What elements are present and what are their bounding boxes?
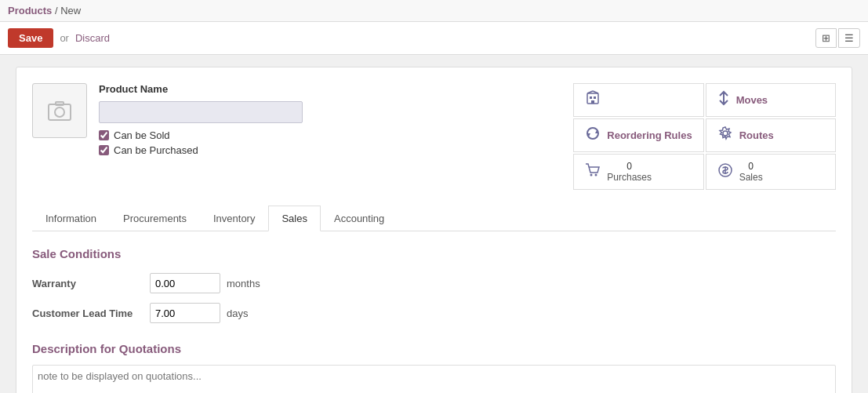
breadcrumb-parent[interactable]: Products — [8, 5, 52, 16]
can-be-sold-checkbox[interactable]: Can be Sold — [99, 129, 303, 141]
sales-info: 0 Sales — [739, 161, 763, 183]
grid-icon: ⊞ — [822, 32, 830, 44]
customer-lead-time-input[interactable] — [150, 303, 220, 323]
product-image[interactable] — [32, 83, 87, 138]
customer-lead-time-label: Customer Lead Time — [32, 307, 150, 319]
sales-label: Sales — [739, 172, 763, 183]
stat-sales-button[interactable]: 0 Sales — [706, 154, 836, 190]
svg-point-12 — [590, 173, 593, 176]
svg-rect-5 — [594, 96, 596, 99]
svg-rect-6 — [591, 100, 594, 104]
product-name-label: Product Name — [99, 83, 303, 95]
product-name-input[interactable] — [99, 101, 303, 123]
stat-purchases-button[interactable]: 0 Purchases — [573, 154, 703, 190]
stat-moves-button[interactable]: Moves — [706, 83, 836, 117]
top-bar: Products / New — [0, 0, 868, 22]
customer-lead-time-row: Customer Lead Time days — [32, 303, 836, 323]
building-icon — [585, 90, 601, 110]
save-button[interactable]: Save — [8, 28, 53, 48]
purchases-label: Purchases — [607, 172, 652, 183]
moves-label: Moves — [736, 94, 768, 106]
routes-label: Routes — [739, 129, 774, 141]
purchases-count: 0 — [607, 161, 652, 172]
camera-icon — [47, 100, 72, 122]
svg-point-13 — [595, 173, 597, 176]
reordering-label: Reordering Rules — [607, 129, 692, 141]
purchases-info: 0 Purchases — [607, 161, 652, 183]
routes-icon — [717, 126, 733, 145]
product-stats: Moves Reordering Rules — [573, 83, 836, 190]
checkboxes: Can be Sold Can be Purchased — [99, 129, 303, 156]
warranty-input[interactable] — [150, 273, 220, 293]
discard-button[interactable]: Discard — [75, 32, 110, 44]
warranty-row: Warranty months — [32, 273, 836, 293]
tab-inventory[interactable]: Inventory — [200, 206, 268, 231]
stat-routes-button[interactable]: Routes — [706, 118, 836, 152]
tabs: Information Procurements Inventory Sales… — [32, 206, 836, 231]
cart-icon — [585, 163, 601, 181]
main-content: Product Name Can be Sold Can be Purchase… — [0, 55, 868, 393]
view-buttons: ⊞ ☰ — [815, 28, 860, 48]
list-icon: ☰ — [844, 32, 854, 44]
sale-conditions-section: Sale Conditions Warranty months Customer… — [32, 247, 836, 323]
dollar-icon — [717, 162, 733, 182]
stat-building-button[interactable] — [573, 83, 703, 117]
svg-point-1 — [55, 107, 64, 117]
customer-lead-time-unit: days — [227, 307, 248, 319]
warranty-unit: months — [227, 278, 260, 289]
tab-sales[interactable]: Sales — [268, 206, 321, 231]
description-title: Description for Quotations — [32, 342, 836, 355]
breadcrumb: Products / New — [8, 5, 81, 16]
can-be-purchased-checkbox[interactable]: Can be Purchased — [99, 144, 303, 156]
grid-view-button[interactable]: ⊞ — [815, 28, 837, 48]
product-header: Product Name Can be Sold Can be Purchase… — [32, 83, 836, 190]
moves-icon — [717, 90, 730, 110]
tab-accounting[interactable]: Accounting — [321, 206, 398, 231]
reordering-icon — [585, 126, 601, 145]
sale-conditions-title: Sale Conditions — [32, 247, 836, 260]
stat-reordering-button[interactable]: Reordering Rules — [573, 118, 703, 152]
product-info: Product Name Can be Sold Can be Purchase… — [99, 83, 303, 156]
tab-procurements[interactable]: Procurements — [110, 206, 200, 231]
tab-information[interactable]: Information — [32, 206, 110, 231]
description-textarea[interactable] — [32, 365, 836, 393]
sales-count: 0 — [739, 161, 763, 172]
or-text: or — [60, 32, 69, 44]
description-section: Description for Quotations — [32, 342, 836, 393]
tab-content-sales: Sale Conditions Warranty months Customer… — [32, 231, 836, 393]
svg-point-11 — [723, 131, 728, 136]
breadcrumb-current: New — [60, 5, 81, 16]
list-view-button[interactable]: ☰ — [838, 28, 860, 48]
warranty-label: Warranty — [32, 278, 150, 289]
svg-rect-4 — [590, 96, 592, 99]
toolbar: Save or Discard ⊞ ☰ — [0, 22, 868, 55]
form-card: Product Name Can be Sold Can be Purchase… — [16, 67, 852, 393]
product-left: Product Name Can be Sold Can be Purchase… — [32, 83, 303, 156]
